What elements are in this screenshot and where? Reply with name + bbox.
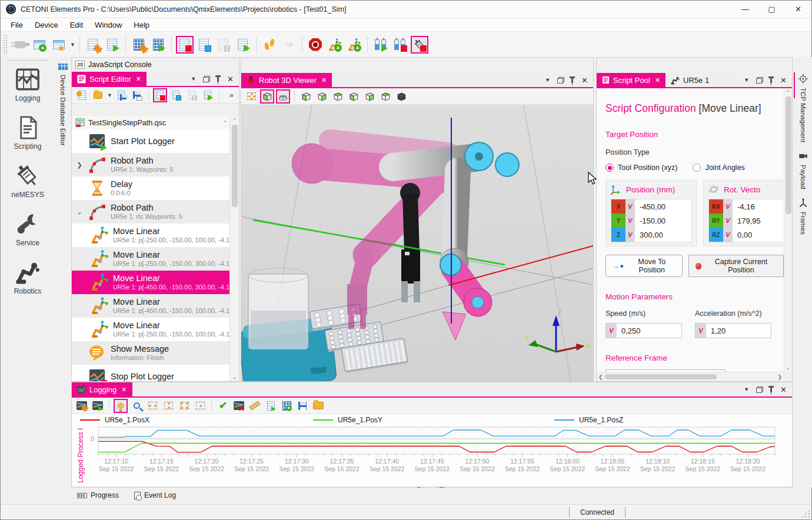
script-step-move-linear-3-selected[interactable]: Move LinearUR5e 1: p[-450.00, -150.00, 3… (72, 271, 229, 294)
tab-close-icon[interactable]: ✕ (121, 386, 127, 394)
script-single-step-icon[interactable] (195, 36, 213, 54)
add-robot-axis-icon[interactable]: + (345, 36, 363, 54)
3d-scene-viewport[interactable]: Z Y X (241, 105, 593, 381)
view-back-icon[interactable] (315, 89, 329, 104)
scroll-down-icon[interactable]: ⌄ (786, 365, 790, 371)
maximize-button[interactable]: ▢ (758, 1, 785, 18)
scroll-right-icon[interactable]: ❯ (777, 374, 782, 380)
script-step-move-linear-4[interactable]: Move LinearUR5e 1: p[-450.00, -150.00, 1… (72, 294, 229, 318)
rotation-rz-input[interactable]: 0,00 (733, 228, 784, 242)
panel-pin-icon[interactable] (571, 78, 573, 83)
panel-float-icon[interactable] (756, 77, 763, 84)
panel-pin-icon[interactable] (217, 76, 219, 82)
scroll-up-icon[interactable]: ⌃ (786, 89, 790, 95)
pumps-run-icon[interactable] (372, 36, 390, 54)
rotation-rx-input[interactable]: -4,16 (733, 199, 784, 214)
panel-dropdown-icon[interactable]: ▼ (744, 77, 749, 83)
new-script-icon[interactable] (75, 88, 89, 102)
scroll-up-icon[interactable]: ⌃ (222, 120, 227, 126)
sidebar-item-service[interactable]: Service (1, 212, 55, 247)
open-script-icon[interactable] (91, 88, 105, 102)
view-top-icon[interactable] (362, 89, 377, 104)
tab-payload[interactable]: Payload (798, 151, 808, 189)
script-step-stop-plot-logger[interactable]: Stop Plot Logger (72, 365, 229, 381)
favorite-view-dropdown-icon[interactable]: ▼ (70, 42, 75, 48)
device-config-run-icon[interactable] (149, 36, 167, 54)
panel-dropdown-icon[interactable]: ▼ (545, 77, 550, 83)
panel-close-icon[interactable]: ✕ (780, 76, 787, 84)
sidebar-item-robotics[interactable]: Robotics (1, 260, 55, 295)
menu-edit[interactable]: Edit (65, 19, 88, 31)
save-script-as-icon[interactable] (130, 88, 144, 102)
pause-script-icon[interactable] (185, 88, 199, 102)
radio-tool-position[interactable]: Tool Position (xyz) (605, 164, 677, 172)
open-script-dropdown-icon[interactable]: ▼ (107, 92, 112, 98)
script-resume-icon[interactable] (234, 36, 252, 54)
step-mode-icon[interactable] (261, 36, 278, 54)
script-file-row[interactable]: TestSingleStepPath.qsc ⌃ (72, 116, 229, 129)
tab-script-editor[interactable]: Script Editor✕ (72, 72, 147, 86)
script-pool-hscrollbar[interactable]: ❮ ❯ (597, 372, 784, 381)
tab-ur5e-1[interactable]: UR5e 1 (665, 73, 714, 87)
script-tree-scrollbar[interactable]: ⌃ ⌄ (229, 116, 239, 381)
pump-stop-selected-icon[interactable] (411, 36, 428, 54)
scroll-left-icon[interactable]: ❮ (598, 374, 603, 380)
scroll-down-icon[interactable]: ⌄ (232, 374, 237, 380)
position-y-input[interactable]: -150,00 (635, 214, 691, 228)
disconnect-device-icon[interactable] (11, 36, 29, 54)
view-bottom-icon[interactable] (378, 89, 392, 104)
view-right-icon[interactable] (347, 89, 361, 104)
zoom-region-icon[interactable] (177, 399, 191, 413)
export-table-icon[interactable]: + (279, 399, 294, 413)
favorite-view-icon[interactable]: ★ (50, 36, 68, 54)
script-pool-vscrollbar[interactable]: ⌃ ⌄ (784, 88, 792, 372)
view-front-icon[interactable] (299, 89, 313, 104)
panel-dropdown-icon[interactable]: ▼ (744, 386, 749, 392)
script-step-delay[interactable]: Delay0:0:6:0 (72, 176, 229, 200)
toolbar-drag-handle[interactable] (3, 35, 7, 55)
sidebar-item-nemesys[interactable]: neMESYS (1, 164, 55, 199)
panel-float-icon[interactable] (557, 77, 564, 84)
sidebar-drag-handle[interactable] (7, 59, 48, 62)
scroll-up-icon[interactable]: ⌃ (232, 118, 237, 124)
pan-icon[interactable] (193, 399, 207, 413)
device-database-editor-tab[interactable]: Device Database Editor (55, 57, 71, 382)
panel-close-icon[interactable]: ✕ (227, 75, 234, 83)
script-pause-icon[interactable] (215, 36, 232, 54)
panel-float-icon[interactable] (756, 386, 763, 393)
panel-close-icon[interactable]: ✕ (581, 76, 588, 84)
zoom-vertical-icon[interactable] (161, 399, 175, 413)
plot-start-icon[interactable] (91, 399, 105, 413)
script-step-show-message[interactable]: Show MessageInformation: Finish (72, 341, 229, 365)
position-z-input[interactable]: 300,00 (635, 228, 691, 242)
acceleration-input[interactable]: V 1,20 (695, 323, 771, 338)
script-step-robot-path-1[interactable]: ❯ Robot PathUR5e 1: Waypoints: 5 (72, 153, 229, 176)
script-step-start-plot-logger[interactable]: Start Plot Logger (72, 129, 229, 153)
run-script-icon[interactable] (201, 88, 215, 102)
panel-close-icon[interactable]: ✕ (780, 386, 787, 394)
pumps-stop-icon[interactable] (391, 36, 409, 54)
save-script-icon[interactable] (114, 88, 128, 102)
minimize-button[interactable]: — (732, 1, 758, 18)
tab-tcp-management[interactable]: TCP Management (798, 74, 808, 142)
save-data-icon[interactable] (295, 399, 310, 413)
auto-scale-icon[interactable] (114, 399, 128, 413)
radio-joint-angles[interactable]: Joint Angles (693, 164, 744, 172)
zoom-horizontal-icon[interactable] (145, 399, 159, 413)
zoom-icon[interactable] (129, 399, 144, 413)
add-project-window-icon[interactable]: + (31, 36, 48, 54)
clear-plot-icon[interactable]: ✕ (232, 399, 246, 413)
script-step-robot-path-2[interactable]: ⌄ Robot PathUR5e 1: rtc Waypoints: 5 (72, 200, 229, 224)
tab-robot-3d-viewer[interactable]: Robot 3D Viewer✕ (241, 73, 332, 87)
iso-view-icon[interactable] (394, 89, 408, 104)
tab-close-icon[interactable]: ✕ (321, 76, 327, 84)
show-points-icon[interactable] (244, 89, 258, 104)
plot-settings-icon[interactable] (75, 399, 89, 413)
javascript-console-tab[interactable]: JS JavaScript Console (72, 58, 239, 72)
sidebar-item-logging[interactable]: Logging (1, 67, 55, 102)
apply-icon[interactable]: ✔ (216, 399, 230, 413)
script-step-move-linear-2[interactable]: Move LinearUR5e 1: p[-250.00, -150.00, 3… (72, 247, 229, 271)
panel-dropdown-icon[interactable]: ▼ (191, 76, 196, 82)
menu-device[interactable]: Device (29, 19, 64, 31)
menu-help[interactable]: Help (128, 19, 155, 31)
